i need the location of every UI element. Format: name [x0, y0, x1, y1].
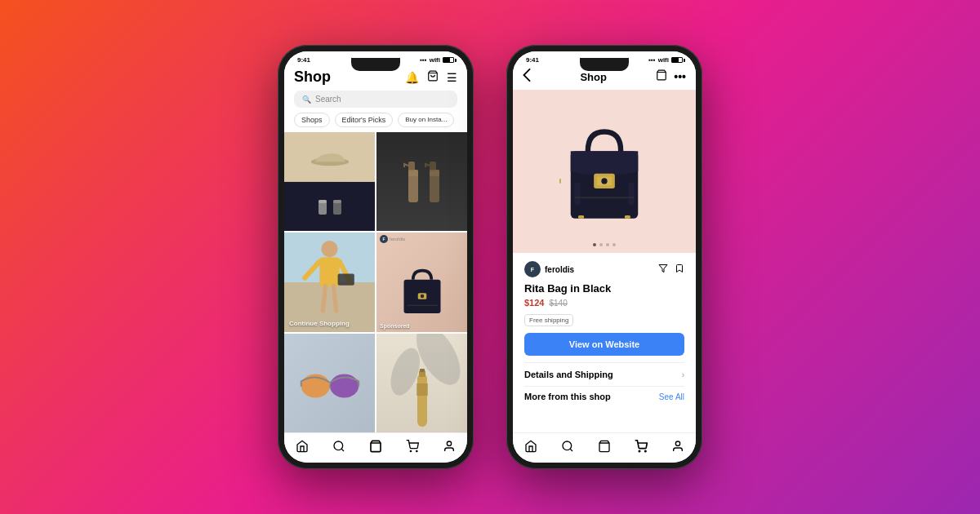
phone-2-screen: 9:41 ▪▪▪ wifi Shop •••	[513, 51, 696, 463]
tab-shops[interactable]: Shops	[294, 113, 330, 127]
grid-item-2[interactable]	[376, 132, 467, 231]
nav-home-2[interactable]	[524, 440, 537, 456]
nav-cart-1[interactable]	[406, 440, 419, 456]
svg-line-14	[305, 262, 319, 278]
svg-point-39	[447, 441, 451, 445]
view-on-website-button[interactable]: View on Website	[524, 333, 684, 356]
tab-buy-on-instagram[interactable]: Buy on Insta...	[398, 113, 454, 127]
svg-rect-18	[338, 274, 354, 286]
svg-point-56	[644, 450, 645, 451]
svg-point-44	[601, 178, 607, 184]
svg-rect-13	[319, 258, 339, 286]
status-icons-1: ▪▪▪ wifi	[420, 56, 454, 64]
phone-1-screen: 9:41 ▪▪▪ wifi Shop 🔔 ☰ 🔍	[284, 51, 467, 463]
time-1: 9:41	[297, 56, 310, 64]
nav-profile-1[interactable]	[443, 440, 456, 456]
nav-home-1[interactable]	[296, 440, 309, 456]
svg-rect-47	[628, 183, 634, 206]
search-bar[interactable]: 🔍 Search	[294, 91, 457, 108]
battery-icon	[443, 57, 454, 63]
svg-point-12	[321, 241, 337, 257]
filter-tabs: Shops Editor's Picks Buy on Insta...	[284, 113, 467, 132]
product-image-bag	[559, 114, 649, 228]
bell-icon[interactable]: 🔔	[405, 71, 419, 84]
filter-icon[interactable]	[658, 262, 668, 277]
menu-icon[interactable]: ☰	[447, 71, 457, 84]
product-grid: Continue Shopping F feroldis	[284, 132, 467, 432]
notch-2	[580, 58, 629, 71]
svg-marker-51	[659, 265, 667, 273]
svg-line-53	[570, 449, 572, 451]
details-label: Details and Shipping	[524, 370, 613, 379]
nav-search-2[interactable]	[561, 440, 574, 456]
shop-title-1: Shop	[294, 69, 331, 86]
sponsored-label: Sponsored	[380, 323, 410, 329]
nav-profile-2[interactable]	[671, 440, 684, 456]
wifi-icon: wifi	[430, 56, 440, 64]
image-dots	[593, 243, 616, 246]
svg-rect-49	[625, 215, 630, 219]
nav-cart-2[interactable]	[635, 440, 648, 456]
svg-point-21	[420, 295, 424, 299]
wifi-icon-2: wifi	[658, 56, 669, 64]
back-button[interactable]	[523, 69, 531, 85]
svg-rect-5	[333, 200, 341, 203]
svg-rect-3	[318, 200, 327, 203]
svg-rect-45	[559, 179, 561, 184]
svg-line-16	[323, 286, 325, 311]
svg-point-37	[410, 450, 411, 451]
grid-item-6[interactable]	[376, 334, 467, 432]
price-current: $124	[524, 298, 544, 308]
time-2: 9:41	[526, 56, 539, 64]
bookmark-icon[interactable]	[675, 262, 684, 277]
more-from-shop-row: More from this shop See All	[524, 386, 684, 406]
search-icon-1: 🔍	[302, 95, 311, 104]
phone-1: 9:41 ▪▪▪ wifi Shop 🔔 ☰ 🔍	[278, 45, 474, 469]
status-bar-2: 9:41 ▪▪▪ wifi	[513, 51, 696, 65]
product-info: F feroldis Rita Bag in Black $124 $140	[513, 253, 696, 432]
svg-rect-11	[430, 170, 439, 176]
seller-avatar: F	[524, 261, 541, 277]
svg-point-34	[334, 441, 343, 450]
svg-point-57	[675, 441, 679, 445]
svg-line-17	[334, 286, 336, 311]
notch-1	[351, 58, 400, 71]
phone-2: 9:41 ▪▪▪ wifi Shop •••	[506, 45, 702, 469]
status-bar-1: 9:41 ▪▪▪ wifi	[284, 51, 467, 65]
grid-item-5[interactable]	[284, 334, 375, 432]
cart-icon-2[interactable]	[656, 69, 667, 84]
more-label: More from this shop	[524, 392, 611, 401]
svg-rect-8	[408, 170, 418, 176]
product-image-area	[513, 90, 696, 253]
svg-point-38	[416, 450, 416, 451]
seller-actions	[658, 262, 684, 277]
battery-icon-2	[671, 57, 683, 63]
grid-item-3[interactable]: Continue Shopping	[284, 233, 375, 331]
seller-info: F feroldis	[524, 261, 574, 277]
seller-name: feroldis	[545, 265, 574, 274]
signal-icon-2: ▪▪▪	[648, 56, 656, 64]
grid-item-4[interactable]: F feroldis	[376, 233, 467, 331]
search-placeholder: Search	[315, 95, 341, 104]
svg-point-52	[563, 441, 572, 450]
nav-shop-2[interactable]	[598, 440, 611, 456]
shipping-badge: Free shipping	[524, 314, 573, 326]
cart-icon-1[interactable]	[427, 70, 439, 84]
header-icons-1: 🔔 ☰	[405, 70, 457, 84]
bottom-nav-1	[284, 432, 467, 463]
svg-rect-46	[574, 183, 580, 206]
see-all-link[interactable]: See All	[659, 392, 684, 401]
grid-item-1[interactable]	[284, 132, 375, 231]
svg-line-35	[341, 449, 344, 451]
nav-search-1[interactable]	[332, 440, 345, 456]
nav-shop-1[interactable]	[369, 440, 382, 456]
chevron-right-icon: ›	[682, 370, 684, 379]
svg-rect-48	[578, 215, 584, 219]
more-icon[interactable]: •••	[674, 70, 686, 83]
tab-editors-picks[interactable]: Editor's Picks	[335, 113, 394, 127]
product-name: Rita Bag in Black	[524, 282, 684, 295]
bottom-nav-2	[513, 432, 696, 463]
svg-point-55	[639, 450, 639, 451]
details-shipping-row[interactable]: Details and Shipping ›	[524, 362, 684, 386]
continue-shopping-label: Continue Shopping	[289, 320, 350, 327]
